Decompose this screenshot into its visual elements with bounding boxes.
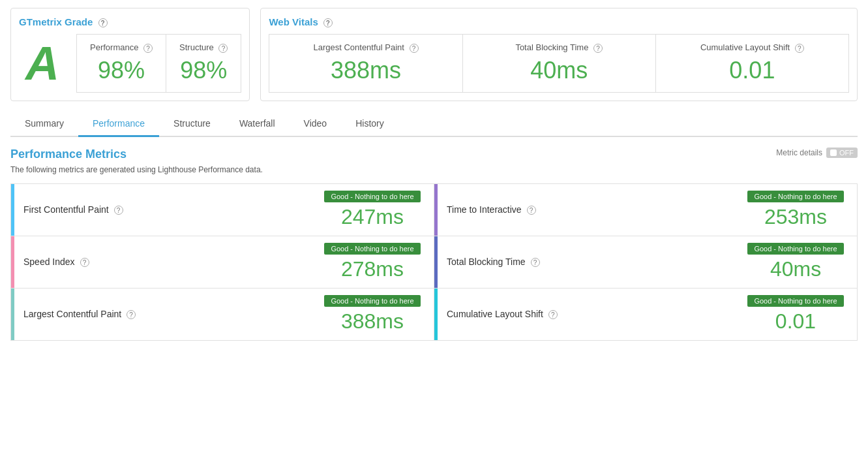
tab-performance[interactable]: Performance: [78, 112, 159, 137]
performance-section: Performance Metrics The following metric…: [10, 148, 858, 340]
metric-value: 388ms: [320, 309, 425, 334]
good-badge: Good - Nothing to do here: [324, 295, 420, 307]
tab-video[interactable]: Video: [290, 112, 342, 137]
metric-help-icon[interactable]: ?: [80, 258, 89, 267]
metric-value: 253ms: [743, 205, 848, 229]
web-vitals-title: Web Vitals ?: [269, 16, 849, 27]
structure-label: Structure ?: [179, 42, 228, 53]
metric-name: Time to Interactive ?: [447, 204, 730, 215]
cls-label: Cumulative Layout Shift ?: [669, 42, 835, 53]
metric-details-label: Metric details: [776, 148, 822, 157]
performance-value: 98%: [90, 57, 153, 84]
metric-name: Cumulative Layout Shift ?: [447, 309, 730, 319]
metric-help-icon[interactable]: ?: [531, 258, 540, 267]
metric-name: Speed Index ?: [23, 257, 307, 267]
lcp-help-icon[interactable]: ?: [410, 44, 419, 53]
tbt-label: Total Blocking Time ?: [476, 42, 642, 53]
metric-cell-1-right: Total Blocking Time ?Good - Nothing to d…: [434, 236, 857, 288]
performance-description: The following metrics are generated usin…: [10, 165, 263, 174]
tbt-help-icon[interactable]: ?: [593, 44, 603, 53]
good-badge: Good - Nothing to do here: [747, 243, 843, 255]
metric-cell-0-right: Time to Interactive ?Good - Nothing to d…: [434, 184, 857, 236]
metric-value: 278ms: [320, 257, 425, 281]
tab-waterfall[interactable]: Waterfall: [225, 112, 290, 137]
metric-value: 247ms: [320, 205, 425, 229]
metric-help-icon[interactable]: ?: [548, 310, 558, 319]
cls-stat: Cumulative Layout Shift ? 0.01: [655, 34, 849, 93]
grade-stats: Performance ? 98% Structure ? 98%: [76, 34, 241, 93]
metric-name: Total Blocking Time ?: [447, 257, 730, 267]
good-badge: Good - Nothing to do here: [747, 295, 843, 307]
lcp-value: 388ms: [282, 57, 449, 84]
top-row: GTmetrix Grade ? A Performance ? 98% Str…: [10, 8, 858, 101]
web-vitals-section: Web Vitals ? Largest Contentful Paint ? …: [260, 8, 858, 101]
web-vitals-inner: Largest Contentful Paint ? 388ms Total B…: [269, 34, 849, 93]
structure-help-icon[interactable]: ?: [218, 44, 228, 53]
good-badge: Good - Nothing to do here: [324, 191, 420, 202]
metric-value-box: Good - Nothing to do here253ms: [743, 191, 848, 229]
metric-cell-2-left: Largest Contentful Paint ?Good - Nothing…: [11, 289, 434, 340]
structure-stat: Structure ? 98%: [166, 34, 241, 93]
lcp-label: Largest Contentful Paint ?: [282, 42, 449, 53]
metric-value-box: Good - Nothing to do here278ms: [320, 243, 425, 281]
metric-help-icon[interactable]: ?: [127, 310, 136, 319]
metrics-grid: First Contentful Paint ?Good - Nothing t…: [10, 183, 858, 340]
performance-stat: Performance ? 98%: [76, 34, 166, 93]
tabs-bar: SummaryPerformanceStructureWaterfallVide…: [10, 112, 858, 137]
metrics-header: Metric details OFF: [776, 148, 858, 158]
gtmetrix-grade-section: GTmetrix Grade ? A Performance ? 98% Str…: [10, 8, 250, 101]
metric-cell-2-right: Cumulative Layout Shift ?Good - Nothing …: [434, 289, 857, 340]
cls-value: 0.01: [669, 57, 835, 84]
webvitals-help-icon[interactable]: ?: [323, 18, 333, 27]
grade-inner: A Performance ? 98% Structure ? 98%: [19, 34, 241, 93]
grade-letter: A: [19, 40, 66, 87]
metric-name: Largest Contentful Paint ?: [23, 309, 307, 319]
good-badge: Good - Nothing to do here: [324, 243, 420, 255]
tab-history[interactable]: History: [341, 112, 398, 137]
metric-cell-1-left: Speed Index ?Good - Nothing to do here27…: [11, 236, 434, 288]
metric-row-0: First Contentful Paint ?Good - Nothing t…: [10, 183, 858, 236]
metric-help-icon[interactable]: ?: [114, 206, 123, 215]
good-badge: Good - Nothing to do here: [747, 191, 843, 202]
structure-value: 98%: [179, 57, 228, 84]
metric-value-box: Good - Nothing to do here0.01: [743, 295, 848, 334]
cls-help-icon[interactable]: ?: [795, 44, 804, 53]
toggle-off-button[interactable]: OFF: [826, 148, 858, 158]
metric-name: First Contentful Paint ?: [23, 204, 307, 215]
performance-label: Performance ?: [90, 42, 153, 53]
metric-value-box: Good - Nothing to do here388ms: [320, 295, 425, 334]
metric-value-box: Good - Nothing to do here40ms: [743, 243, 848, 281]
tbt-stat: Total Blocking Time ? 40ms: [462, 34, 655, 93]
lcp-stat: Largest Contentful Paint ? 388ms: [269, 34, 462, 93]
metric-value: 40ms: [743, 257, 848, 281]
tab-structure[interactable]: Structure: [159, 112, 225, 137]
metric-value-box: Good - Nothing to do here247ms: [320, 191, 425, 229]
metric-row-1: Speed Index ?Good - Nothing to do here27…: [10, 236, 858, 289]
metric-cell-0-left: First Contentful Paint ?Good - Nothing t…: [11, 184, 434, 236]
metric-value: 0.01: [743, 309, 848, 334]
metric-help-icon[interactable]: ?: [527, 206, 536, 215]
gtmetrix-help-icon[interactable]: ?: [98, 18, 108, 27]
gtmetrix-title: GTmetrix Grade ?: [19, 16, 241, 27]
metric-row-2: Largest Contentful Paint ?Good - Nothing…: [10, 288, 858, 341]
tab-summary[interactable]: Summary: [10, 112, 78, 137]
tbt-value: 40ms: [476, 57, 642, 84]
performance-metrics-title: Performance Metrics: [10, 148, 263, 161]
performance-help-icon[interactable]: ?: [143, 44, 153, 53]
